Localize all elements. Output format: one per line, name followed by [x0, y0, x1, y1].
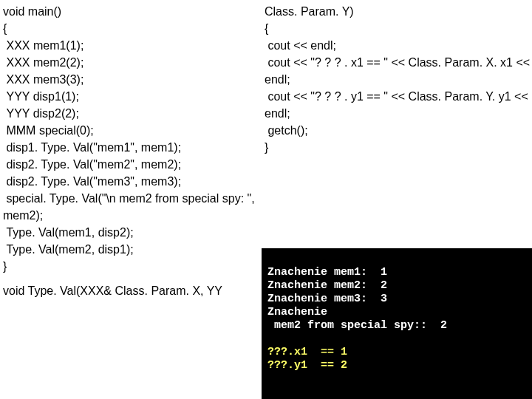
code-line: YYY disp2(2); — [3, 105, 262, 122]
code-line: void main() — [3, 3, 262, 20]
console-line: Znachenie mem2: 2 — [267, 279, 387, 292]
code-line: Type. Val(mem1, disp2); — [3, 224, 262, 241]
code-line: { — [265, 20, 532, 37]
code-line: XXX mem2(2); — [3, 54, 262, 71]
code-line: cout << "? ? ? . x1 == " << Class. Param… — [265, 54, 532, 88]
code-line: getch(); — [265, 122, 532, 139]
console-line: Znachenie mem1: 1 — [267, 266, 387, 279]
code-line: cout << endl; — [265, 37, 532, 54]
code-line: MMM special(0); — [3, 122, 262, 139]
console-line: Znachenie — [267, 306, 327, 318]
console-output: Znachenie mem1: 1 Znachenie mem2: 2 Znac… — [262, 248, 532, 399]
code-line: YYY disp1(1); — [3, 88, 262, 105]
console-line-highlight: ???.x1 == 1 — [267, 346, 347, 358]
code-line: Type. Val(mem2, disp1); — [3, 241, 262, 258]
console-line: Znachenie mem3: 3 — [267, 293, 387, 305]
console-line-highlight: ???.y1 == 2 — [267, 359, 347, 372]
code-line: XXX mem3(3); — [3, 71, 262, 88]
code-line: void Type. Val(XXX& Class. Param. X, YY — [3, 282, 262, 299]
code-line: XXX mem1(1); — [3, 37, 262, 54]
left-column: void main() { XXX mem1(1); XXX mem2(2); … — [0, 0, 262, 299]
code-line: { — [3, 20, 262, 37]
console-line: mem2 from special spy:: 2 — [267, 319, 447, 332]
code-line: cout << "? ? ? . y1 == " << Class. Param… — [265, 88, 532, 122]
code-line: disp2. Type. Val("mem3", mem3); — [3, 173, 262, 190]
code-line: } — [265, 139, 532, 156]
code-line: disp2. Type. Val("mem2", mem2); — [3, 156, 262, 173]
code-line: disp1. Type. Val("mem1", mem1); — [3, 139, 262, 156]
code-line: } — [3, 258, 262, 275]
code-line: special. Type. Val("\n mem2 from special… — [3, 190, 262, 224]
code-line: Class. Param. Y) — [265, 3, 532, 20]
blank-line — [3, 275, 262, 282]
